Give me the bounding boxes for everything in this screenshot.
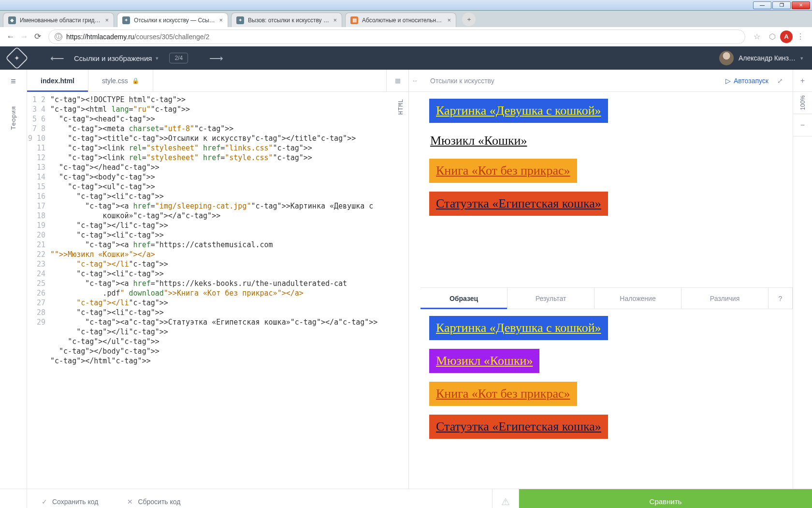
sample-tabs: Образец Результат Наложение Различия ? <box>420 288 793 309</box>
chevron-down-icon: ▾ <box>156 55 159 61</box>
app-footer: ✓ Сохранить код ✕ Сбросить код ⚠ Сравнит… <box>0 489 812 508</box>
favicon-icon: ◆ <box>8 16 16 24</box>
window-minimize-button[interactable]: — <box>753 1 771 9</box>
preview-link[interactable]: Картинка «Девушка с кошкой» <box>429 316 608 340</box>
theory-rail: ≡ Теория <box>0 70 27 489</box>
browser-tabs-row: ◆ Именованные области грида: с × ✦ Отсыл… <box>0 11 812 27</box>
zoom-level: 100% <box>793 92 812 114</box>
browser-tab[interactable]: ◆ Именованные области грида: с × <box>3 13 114 27</box>
tab-overlay[interactable]: Наложение <box>594 288 682 309</box>
preview-result: Картинка «Девушка с кошкой»Мюзикл «Кошки… <box>420 92 793 288</box>
url-text: https://htmlacademy.ru/courses/305/chall… <box>66 33 209 41</box>
preview-link[interactable]: Мюзикл «Кошки» <box>429 132 528 150</box>
browser-tab[interactable]: ✦ Вызов: отсылки к искусству - К × <box>231 13 342 27</box>
tab-sample[interactable]: Образец <box>420 288 508 309</box>
play-icon: ▷ <box>725 77 731 85</box>
preview-link[interactable]: Книга «Кот без прикрас» <box>429 159 577 183</box>
close-icon[interactable]: × <box>105 16 109 24</box>
browser-tab[interactable]: ▦ Абсолютные и относительные × <box>345 13 456 27</box>
x-icon: ✕ <box>127 498 133 506</box>
theory-label[interactable]: Теория <box>10 106 17 130</box>
avatar-icon <box>719 51 734 65</box>
lock-icon: 🔒 <box>132 77 139 84</box>
chevron-down-icon: ▾ <box>800 55 803 61</box>
user-name: Александр Кинз… <box>739 54 796 62</box>
lesson-title-dropdown[interactable]: Ссылки и изображения ▾ <box>74 54 159 62</box>
app-header: ✦ ⟵ Ссылки и изображения ▾ 2/4 ⟶ Алексан… <box>0 46 812 70</box>
line-numbers: 1 2 3 4 5 6 7 8 9 10 11 12 13 14 15 16 1… <box>27 92 50 489</box>
back-button[interactable]: ← <box>4 30 17 44</box>
favicon-icon: ▦ <box>350 16 358 24</box>
compare-button[interactable]: Сравнить <box>519 489 812 508</box>
preview-link[interactable]: Картинка «Девушка с кошкой» <box>429 99 608 123</box>
tab-diff[interactable]: Различия <box>682 288 768 309</box>
zoom-rail: + 100% − <box>793 70 812 489</box>
profile-avatar-icon[interactable]: A <box>780 30 793 43</box>
layout-icon[interactable]: ▦ <box>386 70 408 91</box>
reload-button[interactable]: ⟳ <box>31 30 44 44</box>
preview-sample: Картинка «Девушка с кошкой»Мюзикл «Кошки… <box>420 309 793 489</box>
tab-result[interactable]: Результат <box>508 288 594 309</box>
main-area: ≡ Теория index.html style.css🔒 ▦ 1 2 3 4… <box>0 70 812 489</box>
bookmark-star-icon[interactable]: ☆ <box>750 30 764 44</box>
logo-icon[interactable]: ✦ <box>5 46 29 70</box>
browser-toolbar: ← → ⟳ ⓘ https://htmlacademy.ru/courses/3… <box>0 27 812 46</box>
address-bar[interactable]: ⓘ https://htmlacademy.ru/courses/305/cha… <box>48 30 745 44</box>
lesson-counter: 2/4 <box>169 53 188 63</box>
menu-icon[interactable]: ≡ <box>11 76 16 87</box>
preview-link[interactable]: Статуэтка «Египетская кошка» <box>429 415 608 439</box>
window-maximize-button[interactable]: ❐ <box>772 1 791 9</box>
tab-label: Именованные области грида: с <box>20 17 101 24</box>
site-info-icon[interactable]: ⓘ <box>55 33 62 41</box>
browser-menu-icon[interactable]: ⋮ <box>794 30 807 44</box>
tab-label: Абсолютные и относительные <box>362 17 443 24</box>
zoom-in-button[interactable]: + <box>793 70 812 92</box>
code-content[interactable]: "c-tag"><!DOCTYPE html"c-tag">> "c-tag">… <box>50 92 408 489</box>
user-menu[interactable]: Александр Кинз… ▾ <box>719 51 803 65</box>
preview-link[interactable]: Статуэтка «Египетская кошка» <box>429 192 608 216</box>
check-icon: ✓ <box>42 498 47 506</box>
file-tab-index[interactable]: index.html <box>27 70 88 91</box>
window-close-button[interactable]: ✕ <box>792 1 810 9</box>
preview-title: Отсылки к искусству <box>430 77 494 85</box>
preview-link[interactable]: Книга «Кот без прикрас» <box>429 382 577 406</box>
reset-code-button[interactable]: ✕ Сбросить код <box>113 489 195 508</box>
help-button[interactable]: ? <box>768 288 793 309</box>
zoom-out-button[interactable]: − <box>793 114 812 136</box>
file-tab-style[interactable]: style.css🔒 <box>88 70 153 91</box>
editor-column: index.html style.css🔒 ▦ 1 2 3 4 5 6 7 8 … <box>27 70 409 489</box>
new-tab-button[interactable]: ＋ <box>462 13 476 26</box>
expand-icon[interactable]: ⤢ <box>777 77 783 85</box>
warning-icon[interactable]: ⚠ <box>492 489 519 508</box>
favicon-icon: ✦ <box>122 16 130 24</box>
preview-link[interactable]: Мюзикл «Кошки» <box>429 349 539 373</box>
save-code-button[interactable]: ✓ Сохранить код <box>27 489 113 508</box>
tab-label: Вызов: отсылки к искусству - К <box>248 17 329 24</box>
window-titlebar: — ❐ ✕ <box>0 0 812 11</box>
code-editor[interactable]: 1 2 3 4 5 6 7 8 9 10 11 12 13 14 15 16 1… <box>27 92 408 489</box>
preview-column: Отсылки к искусству ▷ Автозапуск ⤢ Карти… <box>420 70 812 489</box>
tab-label: Отсылки к искусству — Ссылки <box>134 17 215 24</box>
browser-tab[interactable]: ✦ Отсылки к искусству — Ссылки × <box>117 13 228 27</box>
forward-button[interactable]: → <box>17 30 31 44</box>
language-label: HTML <box>396 99 406 115</box>
extension-icon[interactable]: ⬡ <box>766 30 779 44</box>
autorun-toggle[interactable]: ▷ Автозапуск <box>725 77 768 85</box>
next-lesson-button[interactable]: ⟶ <box>209 52 222 64</box>
prev-lesson-button[interactable]: ⟵ <box>50 52 63 64</box>
close-icon[interactable]: × <box>219 16 223 24</box>
preview-header: Отсылки к искусству ▷ Автозапуск ⤢ <box>420 70 793 92</box>
close-icon[interactable]: × <box>333 16 337 24</box>
lesson-title: Ссылки и изображения <box>74 54 152 62</box>
close-icon[interactable]: × <box>447 16 451 24</box>
favicon-icon: ✦ <box>236 16 244 24</box>
resize-handle-icon[interactable]: ↔ <box>409 70 420 92</box>
